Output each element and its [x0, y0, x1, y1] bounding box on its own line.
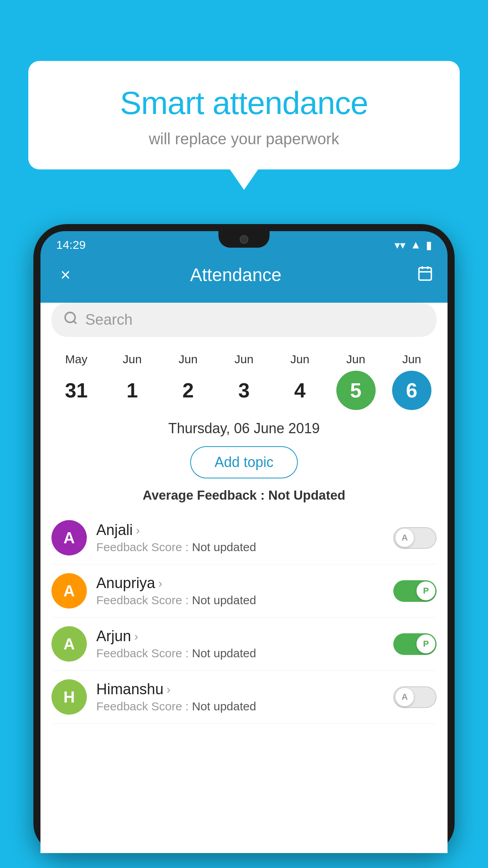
- feedback-score: Feedback Score : Not updated: [96, 700, 393, 713]
- calendar-icon[interactable]: [417, 265, 433, 285]
- camera-icon: [240, 235, 248, 244]
- attendance-toggle[interactable]: A: [393, 527, 437, 549]
- cal-month-label: Jun: [179, 353, 198, 366]
- signal-icon: ▲: [410, 239, 421, 251]
- add-topic-button[interactable]: Add topic: [190, 446, 298, 478]
- avg-feedback-value: Not Updated: [268, 488, 345, 502]
- attendance-toggle[interactable]: P: [393, 633, 437, 655]
- app-bar: × Attendance: [40, 256, 448, 294]
- avatar: A: [51, 626, 87, 662]
- feedback-value: Not updated: [192, 594, 256, 607]
- phone-container: 14:29 ▾▾ ▲ ▮ × Attendance: [33, 224, 455, 868]
- toggle-knob: P: [416, 634, 435, 653]
- calendar-day[interactable]: Jun6: [388, 353, 435, 410]
- student-name: Himanshu ›: [96, 681, 393, 698]
- bubble-title: Smart attendance: [48, 85, 440, 121]
- chevron-icon: ›: [134, 630, 138, 643]
- calendar-day[interactable]: Jun2: [165, 353, 212, 410]
- cal-month-label: Jun: [346, 353, 365, 366]
- status-icons: ▾▾ ▲ ▮: [394, 239, 432, 252]
- speech-bubble: Smart attendance will replace your paper…: [28, 61, 460, 169]
- feedback-score: Feedback Score : Not updated: [96, 594, 393, 607]
- cal-month-label: Jun: [290, 353, 309, 366]
- calendar-day[interactable]: Jun1: [108, 353, 156, 410]
- student-list: AAnjali ›Feedback Score : Not updatedAAA…: [40, 511, 448, 724]
- search-input[interactable]: Search: [85, 311, 425, 328]
- status-time: 14:29: [56, 238, 86, 252]
- feedback-value: Not updated: [192, 541, 256, 554]
- speech-bubble-container: Smart attendance will replace your paper…: [28, 61, 460, 169]
- chevron-icon: ›: [136, 524, 140, 537]
- attendance-toggle[interactable]: P: [393, 580, 437, 602]
- student-row[interactable]: AAnupriya ›Feedback Score : Not updatedP: [51, 565, 437, 618]
- calendar-day[interactable]: Jun4: [276, 353, 323, 410]
- battery-icon: ▮: [426, 239, 432, 252]
- feedback-score: Feedback Score : Not updated: [96, 541, 393, 554]
- calendar-day[interactable]: May31: [53, 353, 100, 410]
- calendar-row: May31Jun1Jun2Jun3Jun4Jun5Jun6: [40, 346, 448, 410]
- feedback-value: Not updated: [192, 700, 256, 713]
- student-info: Anjali ›Feedback Score : Not updated: [96, 522, 393, 554]
- feedback-value: Not updated: [192, 647, 256, 660]
- cal-date-number: 3: [224, 371, 264, 410]
- search-bar[interactable]: Search: [51, 303, 437, 337]
- phone-notch-area: 14:29 ▾▾ ▲ ▮ × Attendance: [40, 231, 448, 853]
- cal-month-label: Jun: [402, 353, 421, 366]
- toggle-knob: A: [395, 528, 414, 547]
- student-row[interactable]: HHimanshu ›Feedback Score : Not updatedA: [51, 671, 437, 724]
- cal-month-label: Jun: [235, 353, 253, 366]
- feedback-score: Feedback Score : Not updated: [96, 647, 393, 660]
- bubble-subtitle: will replace your paperwork: [48, 130, 440, 148]
- student-info: Arjun ›Feedback Score : Not updated: [96, 628, 393, 660]
- avg-feedback-label: Average Feedback :: [143, 488, 265, 502]
- phone-content: Search May31Jun1Jun2Jun3Jun4Jun5Jun6 Thu…: [40, 303, 448, 853]
- svg-point-4: [65, 313, 75, 322]
- status-bar: 14:29 ▾▾ ▲ ▮: [40, 231, 448, 256]
- cal-date-number: 2: [169, 371, 208, 410]
- cal-date-number: 4: [280, 371, 319, 410]
- calendar-day[interactable]: Jun5: [332, 353, 380, 410]
- svg-rect-0: [419, 268, 431, 280]
- app-title: Attendance: [55, 264, 417, 285]
- chevron-icon: ›: [167, 683, 171, 696]
- selected-date: Thursday, 06 June 2019: [40, 420, 448, 437]
- cal-date-number: 1: [112, 371, 152, 410]
- cal-date-number: 6: [392, 371, 431, 410]
- toggle-knob: P: [416, 581, 435, 600]
- student-row[interactable]: AAnjali ›Feedback Score : Not updatedA: [51, 511, 437, 565]
- student-row[interactable]: AArjun ›Feedback Score : Not updatedP: [51, 618, 437, 671]
- student-info: Himanshu ›Feedback Score : Not updated: [96, 681, 393, 713]
- svg-line-5: [73, 321, 76, 324]
- calendar-day[interactable]: Jun3: [220, 353, 268, 410]
- avatar: A: [51, 520, 87, 555]
- wifi-icon: ▾▾: [394, 239, 405, 252]
- avg-feedback: Average Feedback : Not Updated: [40, 488, 448, 503]
- cal-date-number: 31: [57, 371, 96, 410]
- cal-date-number: 5: [336, 371, 376, 410]
- avatar: H: [51, 679, 87, 715]
- attendance-toggle[interactable]: A: [393, 686, 437, 708]
- avatar: A: [51, 573, 87, 609]
- chevron-icon: ›: [158, 577, 162, 590]
- student-name: Anjali ›: [96, 522, 393, 539]
- cal-month-label: May: [65, 353, 88, 366]
- search-icon: [63, 311, 78, 329]
- phone-outer: 14:29 ▾▾ ▲ ▮ × Attendance: [33, 224, 455, 853]
- student-info: Anupriya ›Feedback Score : Not updated: [96, 575, 393, 607]
- toggle-knob: A: [395, 688, 414, 706]
- notch: [218, 231, 270, 248]
- student-name: Arjun ›: [96, 628, 393, 645]
- student-name: Anupriya ›: [96, 575, 393, 592]
- cal-month-label: Jun: [123, 353, 141, 366]
